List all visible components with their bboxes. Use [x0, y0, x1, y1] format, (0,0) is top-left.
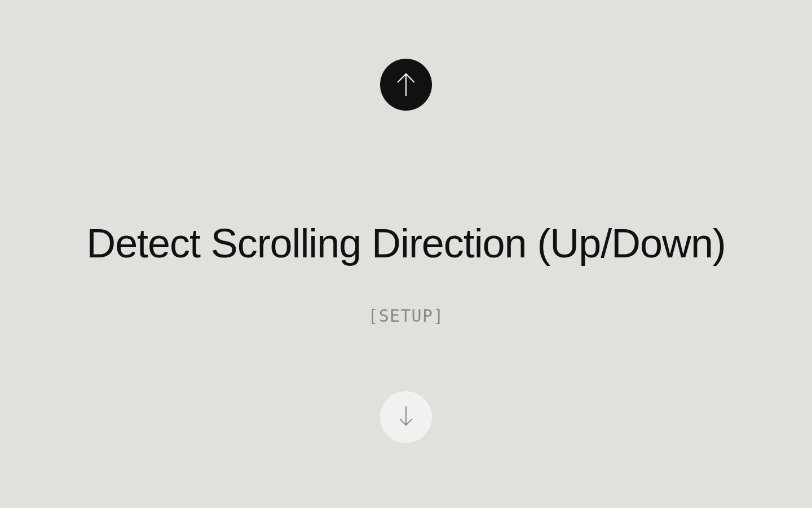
scroll-up-button[interactable] — [380, 59, 432, 111]
page-title: Detect Scrolling Direction (Up/Down) — [86, 222, 726, 265]
page-subtitle: [SETUP] — [368, 306, 444, 326]
arrow-up-icon — [396, 72, 416, 98]
arrow-down-icon — [398, 405, 414, 428]
scroll-down-button[interactable] — [380, 391, 432, 443]
